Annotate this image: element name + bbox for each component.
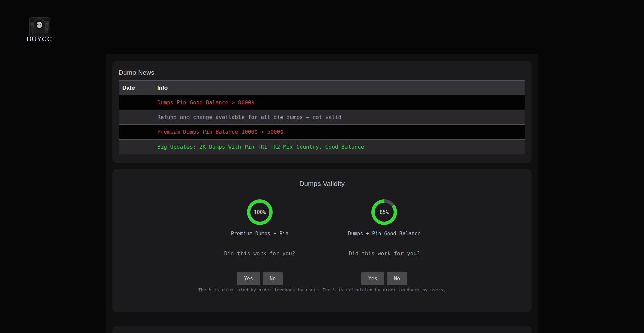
dump-news-card: Dump News Date Info Dumps Pin Good Balan… — [112, 61, 532, 163]
news-date-cell — [119, 95, 154, 110]
gauge-premium-dumps-pin: 100% Premium Dumps + Pin Did this work f… — [198, 199, 322, 292]
no-button[interactable]: No — [263, 272, 283, 285]
gauge-dumps-pin-good-balance: 85% Dumps + Pin Good Balance Did this wo… — [322, 199, 446, 292]
gauge-question: Did this work for you? — [198, 250, 322, 257]
news-info-cell: Dumps Pin Good Balance > 8000$ — [154, 95, 525, 110]
gauge-footnote: The % is calculated by order feedback by… — [198, 287, 322, 292]
news-info-cell: Refund and change available for all die … — [154, 110, 525, 125]
logo-wordmark: BUYCC — [26, 35, 52, 43]
gauge-percent: 85% — [375, 203, 394, 222]
buycc-logo-graphic: BUYCC — [24, 14, 54, 44]
dumps-validity-card: Dumps Validity 100% Premium Dumps + Pin … — [112, 169, 532, 312]
gauges-row: 100% Premium Dumps + Pin Did this work f… — [112, 199, 532, 292]
no-button[interactable]: No — [387, 272, 407, 285]
dump-news-title: Dump News — [119, 69, 525, 76]
next-section-card — [112, 326, 532, 333]
gauge-footnote: The % is calculated by order feedback by… — [322, 287, 446, 292]
gauge-label: Dumps + Pin Good Balance — [322, 231, 446, 237]
validity-gauge-ring: 85% — [371, 199, 397, 225]
news-date-cell — [119, 140, 154, 154]
news-date-cell — [119, 125, 154, 140]
table-header-row: Date Info — [119, 81, 525, 95]
yes-button[interactable]: Yes — [237, 272, 260, 285]
yes-button[interactable]: Yes — [361, 272, 384, 285]
news-info-cell: Big Updates: 2K Dumps With Pin TR1 TR2 M… — [154, 140, 525, 154]
vote-buttons: Yes No — [322, 272, 446, 285]
dumps-validity-title: Dumps Validity — [112, 180, 532, 188]
news-info-cell: Premium Dumps Pin Balance 1000$ > 5000$ — [154, 125, 525, 140]
main-content-area: Dump News Date Info Dumps Pin Good Balan… — [106, 54, 538, 333]
site-logo[interactable]: BUYCC — [24, 14, 54, 44]
table-row: Premium Dumps Pin Balance 1000$ > 5000$ — [119, 125, 525, 140]
gauge-percent: 100% — [250, 203, 269, 222]
news-date-cell — [119, 110, 154, 125]
column-header-info: Info — [154, 81, 525, 95]
column-header-date: Date — [119, 81, 154, 95]
table-row: Dumps Pin Good Balance > 8000$ — [119, 95, 525, 110]
vote-buttons: Yes No — [198, 272, 322, 285]
gauge-label: Premium Dumps + Pin — [198, 231, 322, 237]
table-row: Refund and change available for all die … — [119, 110, 525, 125]
dump-news-table: Date Info Dumps Pin Good Balance > 8000$… — [119, 80, 525, 154]
table-row: Big Updates: 2K Dumps With Pin TR1 TR2 M… — [119, 140, 525, 154]
gauge-question: Did this work for you? — [322, 250, 446, 257]
validity-gauge-ring: 100% — [247, 199, 273, 225]
